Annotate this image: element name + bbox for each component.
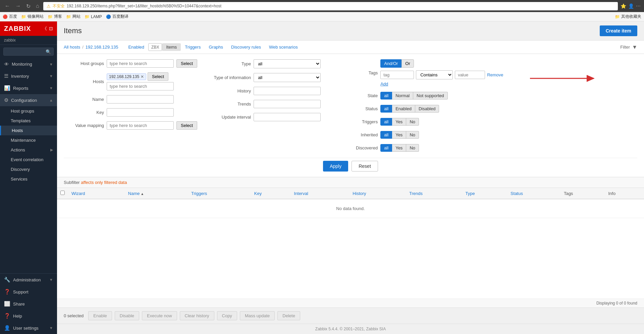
bookmark-lamp[interactable]: 📁 LAMP: [85, 14, 102, 19]
state-normal-button[interactable]: Normal: [392, 92, 413, 99]
type-info-select[interactable]: all Numeric (unsigned) Numeric (float): [254, 73, 321, 82]
clear-history-button[interactable]: Clear history: [180, 311, 214, 320]
history-input[interactable]: [254, 87, 321, 95]
hosts-search-input[interactable]: [107, 82, 174, 90]
execute-now-button[interactable]: Execute now: [142, 311, 177, 320]
profile-button[interactable]: 👤: [628, 3, 634, 9]
tags-or-button[interactable]: Or: [401, 59, 414, 68]
sidebar-item-share[interactable]: ⬜ Share: [0, 298, 57, 310]
triggers-no-button[interactable]: No: [406, 118, 419, 126]
bookmark-translate[interactable]: 🔵 百度翻译: [106, 14, 128, 19]
host-tag-remove[interactable]: ✕: [141, 74, 144, 79]
sidebar-item-host-groups[interactable]: Host groups: [0, 106, 57, 116]
sidebar-item-user-settings[interactable]: 👤 User settings ▼: [0, 322, 57, 334]
name-input[interactable]: [107, 95, 174, 104]
reset-button[interactable]: Reset: [352, 161, 378, 172]
sidebar-item-maintenance[interactable]: Maintenance: [0, 135, 57, 145]
address-bar[interactable]: ⚠ 不安全 192.168.129.250/items.php?filter_s…: [43, 2, 618, 10]
delete-button[interactable]: Delete: [277, 311, 300, 320]
apply-button[interactable]: Apply: [323, 161, 348, 172]
reload-button[interactable]: ↻: [25, 2, 32, 11]
filter-icon[interactable]: ▼: [632, 44, 637, 50]
home-button[interactable]: ⌂: [35, 2, 41, 10]
sidebar-item-discovery[interactable]: Discovery: [0, 164, 57, 174]
tab-triggers[interactable]: Triggers: [181, 43, 205, 51]
triggers-header[interactable]: Triggers: [188, 188, 251, 199]
mass-update-button[interactable]: Mass update: [240, 311, 275, 320]
type-select[interactable]: all Zabbix agent Zabbix agent (active) S…: [254, 59, 321, 68]
create-item-button[interactable]: Create item: [600, 25, 637, 36]
tag-input[interactable]: [380, 71, 414, 79]
expand-icon[interactable]: ⊡: [49, 26, 53, 32]
trends-header[interactable]: Trends: [406, 188, 462, 199]
wizard-header[interactable]: Wizard: [68, 188, 125, 199]
name-header[interactable]: Name: [125, 188, 188, 199]
disable-button[interactable]: Disable: [115, 311, 139, 320]
key-header[interactable]: Key: [251, 188, 290, 199]
history-header[interactable]: History: [349, 188, 406, 199]
discovered-no-button[interactable]: No: [406, 144, 419, 152]
value-mapping-input[interactable]: [107, 121, 174, 130]
sidebar-item-event-correlation[interactable]: Event correlation: [0, 155, 57, 164]
host-groups-input[interactable]: [107, 59, 174, 68]
sidebar-item-inventory[interactable]: ☰ Inventory ▼: [0, 70, 57, 82]
type-header[interactable]: Type: [462, 188, 507, 199]
status-all-button[interactable]: all: [380, 105, 392, 113]
host-groups-select-button[interactable]: Select: [176, 59, 197, 68]
tab-web-scenarios[interactable]: Web scenarios: [265, 43, 302, 51]
tags-and-or-button[interactable]: And/Or: [380, 59, 401, 68]
sidebar-item-help[interactable]: ❓ Help: [0, 310, 57, 322]
state-all-button[interactable]: all: [380, 92, 392, 99]
discovered-yes-button[interactable]: Yes: [392, 144, 406, 152]
sidebar-item-templates[interactable]: Templates: [0, 116, 57, 126]
breadcrumb-host[interactable]: 192.168.129.135: [86, 45, 118, 50]
key-input[interactable]: [107, 108, 174, 117]
forward-button[interactable]: →: [14, 2, 22, 10]
tag-add-link[interactable]: Add: [380, 81, 388, 86]
sidebar-item-services[interactable]: Services: [0, 174, 57, 184]
tab-graphs[interactable]: Graphs: [205, 43, 227, 51]
copy-button[interactable]: Copy: [217, 311, 237, 320]
tag-value-input[interactable]: [455, 71, 485, 79]
trends-input[interactable]: [254, 100, 321, 108]
tag-contains-select[interactable]: Contains Equals Does not contain: [416, 70, 453, 79]
state-not-supported-button[interactable]: Not supported: [413, 92, 448, 99]
tab-items[interactable]: Items: [162, 43, 181, 51]
select-all-checkbox[interactable]: [60, 191, 65, 195]
tag-remove-link[interactable]: Remove: [487, 72, 503, 77]
interval-header[interactable]: Interval: [290, 188, 349, 199]
sidebar-item-monitoring[interactable]: 👁 Monitoring ▼: [0, 58, 57, 70]
back-button[interactable]: ←: [3, 2, 11, 10]
discovered-all-button[interactable]: all: [380, 144, 392, 152]
bookmark-website[interactable]: 📁 网站: [66, 14, 80, 19]
hosts-select-button[interactable]: Select: [148, 72, 168, 81]
triggers-yes-button[interactable]: Yes: [392, 118, 406, 126]
status-enabled-button[interactable]: Enabled: [392, 105, 415, 113]
sidebar-item-reports[interactable]: 📊 Reports ▼: [0, 82, 57, 94]
triggers-all-button[interactable]: all: [380, 118, 392, 126]
breadcrumb-all-hosts[interactable]: All hosts: [64, 45, 80, 50]
update-interval-input[interactable]: [254, 113, 321, 121]
bookmark-baidu[interactable]: 🔴 百度: [3, 14, 17, 19]
sidebar-item-administration[interactable]: 🔧 Administration ▼: [0, 274, 57, 286]
inherited-no-button[interactable]: No: [406, 131, 419, 139]
inherited-all-button[interactable]: all: [380, 131, 392, 139]
bookmark-blog[interactable]: 📁 博客: [48, 14, 62, 19]
collapse-icon[interactable]: 《: [42, 26, 47, 32]
extensions-button[interactable]: ⭐: [621, 3, 626, 9]
sidebar-item-configuration[interactable]: ⚙ Configuration ▲: [0, 94, 57, 106]
status-header[interactable]: Status: [507, 188, 560, 199]
status-disabled-button[interactable]: Disabled: [415, 105, 439, 113]
bookmark-mirror[interactable]: 📁 镜像网站: [21, 14, 44, 19]
enable-button[interactable]: Enable: [88, 311, 112, 320]
tab-discovery-rules[interactable]: Discovery rules: [227, 43, 265, 51]
sidebar-item-actions[interactable]: Actions ▶: [0, 145, 57, 155]
menu-button[interactable]: ⋯: [636, 3, 641, 9]
inherited-yes-button[interactable]: Yes: [392, 131, 406, 139]
tab-enabled[interactable]: Enabled: [124, 43, 148, 51]
sidebar-item-hosts[interactable]: Hosts: [0, 126, 57, 135]
bookmark-other[interactable]: 📁 其他收藏夹: [615, 14, 641, 19]
value-mapping-select-button[interactable]: Select: [176, 121, 197, 130]
sidebar-item-support[interactable]: ❓ Support: [0, 286, 57, 298]
tab-zbx[interactable]: ZBX: [148, 43, 162, 51]
